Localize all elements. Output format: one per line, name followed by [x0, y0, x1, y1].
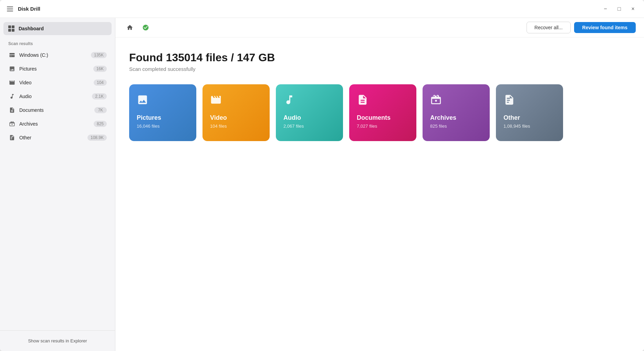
- sidebar-item-audio[interactable]: Audio 2.1K: [3, 89, 112, 103]
- hdd-icon: [8, 51, 16, 59]
- pictures-card-name: Pictures: [137, 114, 189, 121]
- audio-icon: [8, 93, 16, 100]
- sidebar-item-documents[interactable]: Documents 7K: [3, 103, 112, 117]
- dashboard-label: Dashboard: [19, 26, 44, 31]
- sidebar-item-windows[interactable]: Windows (C:) 135K: [3, 48, 112, 62]
- documents-icon: [8, 106, 16, 114]
- sidebar-item-pictures[interactable]: Pictures 16K: [3, 62, 112, 76]
- maximize-button[interactable]: □: [614, 3, 625, 14]
- audio-card-name: Audio: [283, 114, 335, 121]
- documents-card-icon: [357, 94, 409, 108]
- video-card-count: 104 files: [210, 124, 262, 129]
- app-window: Disk Drill − □ × Dashboard Scan results: [0, 0, 644, 351]
- category-card-other[interactable]: Other 1,08,945 files: [496, 84, 563, 141]
- review-found-button[interactable]: Review found items: [574, 22, 636, 33]
- documents-card-name: Documents: [357, 114, 409, 121]
- sidebar-item-pictures-label: Pictures: [19, 66, 90, 72]
- pictures-icon: [8, 65, 16, 73]
- main-layout: Dashboard Scan results Windows (C:) 135K: [0, 18, 644, 351]
- archives-card-icon: [430, 94, 482, 108]
- sidebar-item-other[interactable]: Other 108.9K: [3, 131, 112, 145]
- category-card-documents[interactable]: Documents 7,027 files: [349, 84, 416, 141]
- sidebar-item-audio-label: Audio: [19, 94, 89, 99]
- sidebar-item-dashboard[interactable]: Dashboard: [3, 22, 112, 35]
- sidebar-item-archives[interactable]: Archives 825: [3, 117, 112, 131]
- sidebar-item-video-count: 104: [94, 79, 107, 86]
- sidebar-nav: Dashboard Scan results Windows (C:) 135K: [0, 18, 115, 145]
- category-card-video[interactable]: Video 104 files: [202, 84, 270, 141]
- audio-card-count: 2,067 files: [283, 124, 335, 129]
- dashboard-icon: [8, 25, 14, 32]
- recover-all-button[interactable]: Recover all...: [527, 22, 571, 33]
- video-card-name: Video: [210, 114, 262, 121]
- sidebar: Dashboard Scan results Windows (C:) 135K: [0, 18, 115, 351]
- scan-results-heading: Scan results: [3, 36, 112, 48]
- content-body: Found 135014 files / 147 GB Scan complet…: [115, 38, 644, 351]
- close-button[interactable]: ×: [627, 3, 638, 14]
- found-heading: Found 135014 files / 147 GB: [129, 51, 630, 64]
- sidebar-item-other-count: 108.9K: [87, 135, 107, 141]
- category-card-pictures[interactable]: Pictures 16,046 files: [129, 84, 196, 141]
- content-toolbar: Recover all... Review found items: [115, 18, 644, 38]
- check-button[interactable]: [139, 21, 152, 34]
- app-title: Disk Drill: [18, 6, 40, 12]
- sidebar-item-windows-count: 135K: [91, 52, 107, 58]
- title-bar: Disk Drill − □ ×: [0, 0, 644, 18]
- archives-card-count: 825 files: [430, 124, 482, 129]
- pictures-card-icon: [137, 94, 189, 108]
- sidebar-item-audio-count: 2.1K: [92, 93, 107, 99]
- title-bar-controls: − □ ×: [600, 3, 638, 14]
- title-bar-left: Disk Drill: [6, 5, 600, 13]
- sidebar-item-archives-label: Archives: [19, 121, 90, 127]
- category-cards: Pictures 16,046 files Video 104 files: [129, 84, 630, 141]
- other-card-name: Other: [503, 114, 555, 121]
- sidebar-footer: Show scan results in Explorer: [0, 330, 115, 351]
- minimize-button[interactable]: −: [600, 3, 611, 14]
- sidebar-item-video-label: Video: [19, 80, 90, 85]
- sidebar-item-archives-count: 825: [94, 121, 107, 127]
- audio-card-icon: [283, 94, 335, 108]
- home-button[interactable]: [124, 21, 136, 34]
- other-icon: [8, 134, 16, 141]
- sidebar-item-documents-count: 7K: [94, 107, 107, 113]
- sidebar-item-video[interactable]: Video 104: [3, 76, 112, 89]
- sidebar-item-windows-label: Windows (C:): [19, 52, 87, 58]
- category-card-archives[interactable]: Archives 825 files: [423, 84, 490, 141]
- video-card-icon: [210, 94, 262, 108]
- other-card-count: 1,08,945 files: [503, 124, 555, 129]
- video-icon: [8, 79, 16, 86]
- sidebar-item-other-label: Other: [19, 135, 84, 140]
- sidebar-item-pictures-count: 16K: [93, 66, 107, 72]
- scan-status: Scan completed successfully: [129, 66, 630, 72]
- show-explorer-button[interactable]: Show scan results in Explorer: [3, 335, 112, 347]
- sidebar-item-documents-label: Documents: [19, 107, 91, 113]
- content-area: Recover all... Review found items Found …: [115, 18, 644, 351]
- pictures-card-count: 16,046 files: [137, 124, 189, 129]
- archives-icon: [8, 120, 16, 128]
- other-card-icon: [503, 94, 555, 108]
- category-card-audio[interactable]: Audio 2,067 files: [276, 84, 343, 141]
- hamburger-menu-icon[interactable]: [6, 5, 14, 13]
- archives-card-name: Archives: [430, 114, 482, 121]
- documents-card-count: 7,027 files: [357, 124, 409, 129]
